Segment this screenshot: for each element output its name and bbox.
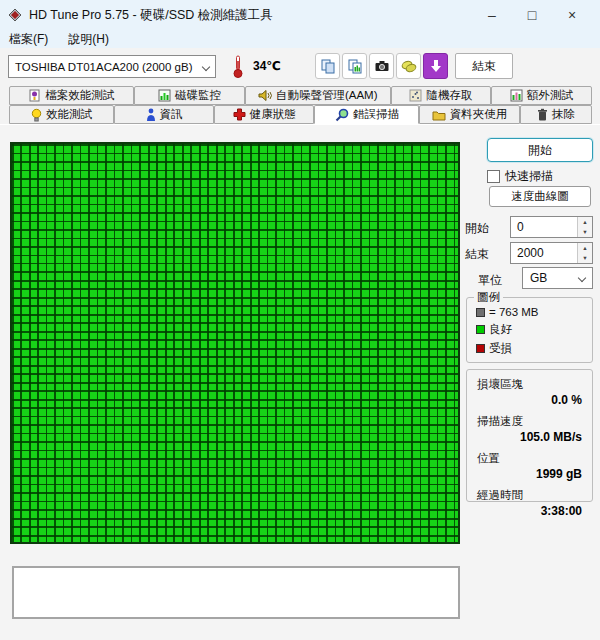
thermometer-icon xyxy=(232,54,244,79)
scan-log-box xyxy=(12,566,460,619)
legend-good-label: 良好 xyxy=(489,322,512,337)
tab-label: 磁碟監控 xyxy=(175,88,221,103)
random-access-icon xyxy=(409,89,422,102)
trash-icon xyxy=(537,108,548,121)
tab-erase[interactable]: 抹除 xyxy=(520,105,592,124)
person-icon xyxy=(146,108,156,121)
block-color-swatch xyxy=(476,308,485,317)
tab-benchmark[interactable]: 效能測試 xyxy=(9,105,114,124)
tab-row-2: 效能測試 資訊 健康狀態 錯誤掃描 資料夾使用 抹除 xyxy=(9,105,592,124)
tab-random-access[interactable]: 隨機存取 xyxy=(391,86,491,105)
download-icon xyxy=(429,59,443,73)
tab-aam[interactable]: 自動噪聲管理(AAM) xyxy=(245,86,391,105)
copy-image-icon xyxy=(347,58,363,74)
temperature-indicator xyxy=(228,52,248,81)
tab-health[interactable]: 健康狀態 xyxy=(214,105,314,124)
speed-map-button[interactable]: 速度曲線圖 xyxy=(489,186,591,207)
unit-select[interactable]: GB xyxy=(522,267,593,289)
elapsed-time-label: 經過時間 xyxy=(477,488,592,503)
quick-scan-label: 快速掃描 xyxy=(505,168,553,185)
tab-disk-monitor[interactable]: 磁碟監控 xyxy=(134,86,244,105)
start-position-spinner[interactable]: 0 ▲ ▼ xyxy=(510,216,593,238)
speaker-icon xyxy=(258,89,272,102)
copy-image-button[interactable] xyxy=(342,53,367,79)
tab-label: 健康狀態 xyxy=(250,107,296,122)
legend-title: 圖例 xyxy=(474,290,503,305)
scan-speed-value: 105.0 MB/s xyxy=(467,430,582,444)
maximize-button[interactable]: □ xyxy=(512,1,552,29)
coins-icon xyxy=(401,58,417,74)
legend-good: 良好 xyxy=(476,322,592,337)
end-position-spinner[interactable]: 2000 ▲ ▼ xyxy=(510,242,593,264)
start-scan-button[interactable]: 開始 xyxy=(487,138,593,162)
position-value: 1999 gB xyxy=(467,467,582,481)
tab-label: 資料夾使用 xyxy=(450,107,508,122)
chevron-down-icon xyxy=(202,62,210,70)
hd-tune-window: HD Tune Pro 5.75 - 硬碟/SSD 檢測維護工具 – □ × 檔… xyxy=(0,0,600,640)
screenshot-button[interactable] xyxy=(369,53,394,79)
speed-map-label: 速度曲線圖 xyxy=(511,189,569,204)
tab-info[interactable]: 資訊 xyxy=(114,105,214,124)
damaged-blocks-value: 0.0 % xyxy=(467,393,582,407)
quick-scan-checkbox[interactable] xyxy=(487,170,500,183)
tab-label: 錯誤掃描 xyxy=(353,107,399,122)
folder-icon xyxy=(432,109,446,121)
exit-button[interactable]: 結束 xyxy=(455,53,513,79)
camera-icon xyxy=(374,58,390,74)
purchase-button[interactable] xyxy=(396,53,421,79)
spin-up-icon[interactable]: ▲ xyxy=(578,243,592,253)
tab-label: 檔案效能測試 xyxy=(45,88,114,103)
file-benchmark-icon xyxy=(29,89,41,102)
spin-down-icon[interactable]: ▼ xyxy=(578,227,592,237)
elapsed-time-value: 3:38:00 xyxy=(467,504,582,518)
damaged-blocks-label: 損壞區塊 xyxy=(477,377,592,392)
close-button[interactable]: × xyxy=(552,1,592,29)
end-position-value: 2000 xyxy=(511,243,577,263)
tab-folder-usage[interactable]: 資料夾使用 xyxy=(419,105,519,124)
position-label: 位置 xyxy=(477,451,592,466)
legend-damaged: 受損 xyxy=(476,341,592,356)
tab-label: 自動噪聲管理(AAM) xyxy=(276,88,378,103)
unit-select-value: GB xyxy=(530,271,547,285)
scan-speed-label: 掃描速度 xyxy=(477,414,592,429)
tab-label: 資訊 xyxy=(160,107,183,122)
app-icon xyxy=(8,8,22,22)
tab-row-1: 檔案效能測試 磁碟監控 自動噪聲管理(AAM) 隨機存取 額外測試 xyxy=(9,86,592,105)
stats-groupbox: 損壞區塊 0.0 % 掃描速度 105.0 MB/s 位置 1999 gB 經過… xyxy=(466,369,593,502)
menu-file[interactable]: 檔案(F) xyxy=(9,31,48,48)
titlebar: HD Tune Pro 5.75 - 硬碟/SSD 檢測維護工具 – □ × xyxy=(0,0,600,30)
tab-file-benchmark[interactable]: 檔案效能測試 xyxy=(9,86,134,105)
copy-button[interactable] xyxy=(315,53,340,79)
copy-icon xyxy=(320,58,336,74)
extra-tests-icon xyxy=(510,89,523,102)
tab-label: 抹除 xyxy=(552,107,575,122)
start-position-label: 開始 xyxy=(465,220,489,237)
drive-select[interactable]: TOSHIBA DT01ACA200 (2000 gB) xyxy=(8,55,216,78)
legend-damaged-label: 受損 xyxy=(489,341,512,356)
spin-down-icon[interactable]: ▼ xyxy=(578,253,592,263)
menubar: 檔案(F) 說明(H) xyxy=(0,30,600,48)
disk-monitor-icon xyxy=(158,89,171,102)
minimize-button[interactable]: – xyxy=(472,1,512,29)
legend-block-size: = 763 MB xyxy=(476,306,592,318)
end-position-label: 結束 xyxy=(465,246,489,263)
spin-up-icon[interactable]: ▲ xyxy=(578,217,592,227)
magnifier-icon xyxy=(335,108,349,122)
legend-groupbox: 圖例 = 763 MB 良好 受損 xyxy=(466,297,593,363)
menu-help[interactable]: 說明(H) xyxy=(68,31,109,48)
damaged-color-swatch xyxy=(476,344,485,353)
unit-label: 單位 xyxy=(478,272,502,289)
chevron-down-icon xyxy=(578,274,586,282)
error-scan-panel: 開始 快速掃描 速度曲線圖 開始 0 ▲ ▼ 結束 2000 ▲ ▼ 單位 GB xyxy=(0,124,600,640)
window-title: HD Tune Pro 5.75 - 硬碟/SSD 檢測維護工具 xyxy=(29,7,273,24)
tab-extra-tests[interactable]: 額外測試 xyxy=(491,86,592,105)
update-button[interactable] xyxy=(423,53,448,79)
good-color-swatch xyxy=(476,325,485,334)
tab-label: 隨機存取 xyxy=(426,88,472,103)
legend-block-label: = 763 MB xyxy=(489,306,539,318)
start-position-value: 0 xyxy=(511,217,577,237)
temperature-value: 34℃ xyxy=(253,59,281,73)
tab-label: 額外測試 xyxy=(527,88,573,103)
tab-error-scan[interactable]: 錯誤掃描 xyxy=(314,105,419,124)
toolbar: TOSHIBA DT01ACA200 (2000 gB) 34℃ 結束 xyxy=(0,48,600,86)
